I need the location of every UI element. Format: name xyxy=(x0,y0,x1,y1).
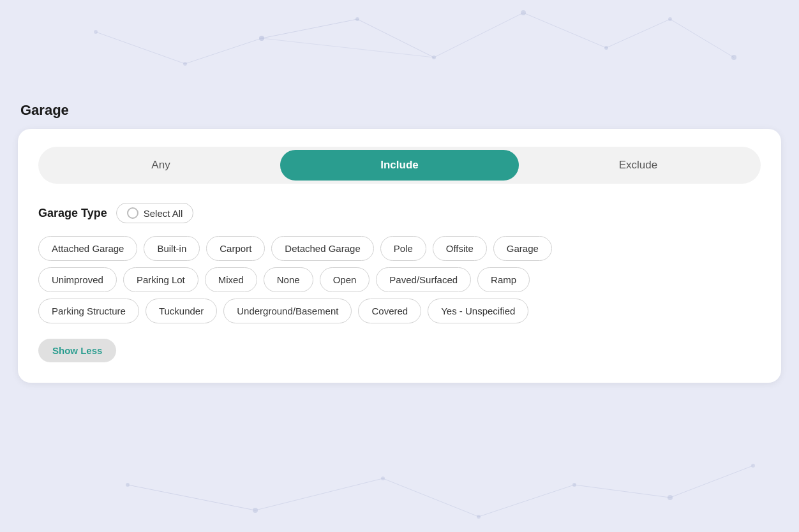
svg-point-21 xyxy=(477,515,481,519)
svg-point-23 xyxy=(668,495,673,500)
tag-chip[interactable]: Paved/Surfaced xyxy=(376,267,471,292)
garage-type-label: Garage Type xyxy=(38,207,107,220)
tag-chip[interactable]: Ramp xyxy=(477,267,530,292)
toggle-btn-include[interactable]: Include xyxy=(280,150,519,181)
tag-chip[interactable]: Parking Lot xyxy=(123,267,198,292)
select-all-button[interactable]: Select All xyxy=(116,203,194,223)
tag-chip[interactable]: Attached Garage xyxy=(38,236,137,261)
tag-chip[interactable]: Detached Garage xyxy=(271,236,373,261)
tag-chip[interactable]: Pole xyxy=(380,236,426,261)
tag-chip[interactable]: Yes - Unspecified xyxy=(428,299,528,323)
tags-row-3: Parking StructureTuckunderUnderground/Ba… xyxy=(38,299,761,323)
svg-line-29 xyxy=(574,485,670,498)
tag-chip[interactable]: Open xyxy=(320,267,370,292)
select-all-radio-icon xyxy=(127,207,138,219)
tag-chip[interactable]: Garage xyxy=(493,236,552,261)
garage-type-header: Garage Type Select All xyxy=(38,203,761,223)
section-title: Garage xyxy=(18,102,781,119)
tag-chip[interactable]: Underground/Basement xyxy=(223,299,352,323)
toggle-btn-any[interactable]: Any xyxy=(41,150,280,181)
tag-chip[interactable]: Unimproved xyxy=(38,267,117,292)
tags-row-2: UnimprovedParking LotMixedNoneOpenPaved/… xyxy=(38,267,761,292)
tag-chip[interactable]: Mixed xyxy=(205,267,257,292)
tag-chip[interactable]: None xyxy=(264,267,313,292)
tag-chip[interactable]: Built-in xyxy=(144,236,200,261)
tag-chip[interactable]: Covered xyxy=(358,299,421,323)
toggle-btn-exclude[interactable]: Exclude xyxy=(519,150,758,181)
tag-chip[interactable]: Tuckunder xyxy=(146,299,217,323)
tag-chip[interactable]: Offsite xyxy=(433,236,487,261)
show-less-button[interactable]: Show Less xyxy=(38,339,116,362)
select-all-label: Select All xyxy=(144,208,183,219)
toggle-row: AnyIncludeExclude xyxy=(38,147,761,184)
svg-line-25 xyxy=(128,485,255,510)
tag-chip[interactable]: Parking Structure xyxy=(38,299,139,323)
svg-line-28 xyxy=(479,485,574,517)
tags-row-1: Attached GarageBuilt-inCarportDetached G… xyxy=(38,236,761,261)
tag-chip[interactable]: Carport xyxy=(206,236,265,261)
svg-point-19 xyxy=(253,508,258,513)
garage-panel: AnyIncludeExclude Garage Type Select All… xyxy=(18,129,781,383)
